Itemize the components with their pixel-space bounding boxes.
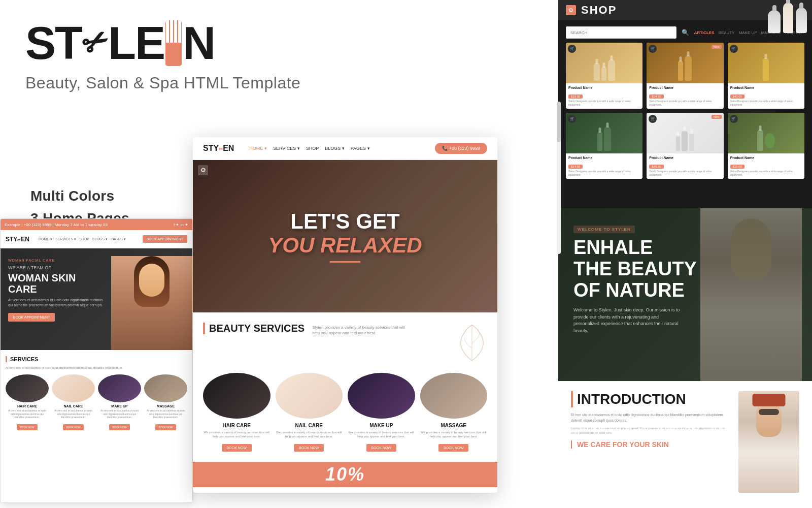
nav-pages[interactable]: PAGES ▾ [111,237,126,241]
makeup-desc: At vero eos et accusamus et iusto odio d… [98,409,141,419]
service-card-hair: HAIR CARE At vero eos et accusamus et iu… [6,374,49,430]
preview-right-intro: INTRODUCTION Et non uis ut accusamus et … [558,381,812,508]
bottle-2 [783,3,793,33]
center-makeup-btn[interactable]: BOOK NOW [366,444,396,452]
cat-articles[interactable]: ARTICLES [694,30,715,35]
preview-center-bottom-banner: 10% [193,462,497,487]
hero-title: LET'S GET YOU RELAXED [268,210,422,262]
hair-care-img [6,374,49,402]
cat-makeup[interactable]: MAKE UP [739,30,757,35]
bottom-banner-text: 10% [325,464,365,485]
prod-bottle-5c [689,133,694,151]
center-nail-btn[interactable]: BOOK NOW [294,444,324,452]
massage-title: MASSAGE [144,404,187,408]
center-nail-card: NAIL CARE We provides a variety of beaut… [276,373,343,452]
product-visual-4 [597,113,611,153]
bottle-decoration [768,3,807,33]
shop-body: 🔍 ARTICLES BEAUTY MAKE UP MASSAGE HAIR C… [558,20,812,185]
product-price-1: $19.00 [568,94,583,99]
product-card-3: 🛒 Product Name $43.00 Salon Designers pr… [728,43,804,109]
nav-services[interactable]: SERVICES ▾ [55,237,76,241]
logo-area: ST ✂ LE N Beauty, Salon & Spa HTML Templ… [25,20,300,92]
center-hair-btn[interactable]: BOOK NOW [222,444,252,452]
logo-st: ST [25,20,82,66]
product-img-5: New 🛒 [647,113,723,153]
product-visual-1 [594,43,615,83]
massage-book-btn[interactable]: BOOK NOW [155,424,176,430]
prod-bottle-5b [682,131,688,151]
nav-shop[interactable]: SHOP [79,237,89,241]
phone-button[interactable]: 📞 +00 (123) 9999 [435,143,487,154]
nav-center-blogs[interactable]: BLOGS ▾ [325,146,345,151]
preview-center: STY✂EN HOME ▾ SERVICES ▾ SHOP BLOGS ▾ PA… [193,137,497,493]
product-desc-1: Salon Designers provide you with a wide … [568,100,640,106]
hair-care-book-btn[interactable]: BOOK NOW [17,424,37,430]
preview-services-desc: At vero eos et accusamus et iusto odio d… [6,366,187,369]
cart-icon-6[interactable]: 🛒 [730,115,738,123]
center-nail-desc: We provides a variety of beauty services… [276,430,343,439]
product-card-1: 🛒 Product Name $19.00 Salon Designers pr… [566,43,642,109]
product-desc-2: Salon Designers provide you with a wide … [649,100,721,106]
intro-desc: Et non uis ut accusamus et iusto odio di… [571,412,728,423]
nav-center-services[interactable]: SERVICES ▾ [273,146,300,151]
hat-top [753,394,786,406]
cart-icon-3[interactable]: 🛒 [730,45,738,53]
product-info-5: Product Name $65.00 Salon Designers prov… [647,153,723,179]
prod-bottle-2b [685,55,692,81]
preview-center-services: BEAUTY SERVICES Stylen provides a variet… [193,312,497,462]
cart-icon-1[interactable]: 🛒 [568,45,576,53]
center-massage-btn[interactable]: BOOK NOW [438,444,468,452]
preview-right-top: ⚙ SHOP 🔍 ARTICLES BEAUTY MAKE UP MASSAGE… [558,0,812,208]
services-title-block: BEAUTY SERVICES [203,323,304,334]
nav-center-pages[interactable]: PAGES ▾ [351,146,370,151]
center-hair-title: HAIR CARE [203,423,270,428]
product-price-6: $31.00 [730,165,745,169]
nail-care-book-btn[interactable]: BOOK NOW [63,424,83,430]
scroll-thumb[interactable] [557,102,561,142]
cart-icon-2[interactable]: 🛒 [649,45,657,53]
cat-beauty[interactable]: BEAUTY [719,30,735,35]
search-input[interactable] [566,26,676,39]
cart-icon-4[interactable]: 🛒 [568,115,576,123]
product-name-5: Product Name [649,156,721,160]
preview-center-hero: ⚙ LET'S GET YOU RELAXED [193,160,497,312]
nav-center-shop[interactable]: SHOP [306,146,319,151]
prod-bottle-2a [678,60,683,81]
makeup-book-btn[interactable]: BOOK NOW [109,424,129,430]
shop-gear-icon[interactable]: ⚙ [566,5,576,15]
preview-hero-main-title: WOMAN SKIN CARE [8,272,105,295]
preview-left-hero-content: WOMAN FACIAL CARE WE ARE A TEAM OF WOMAN… [8,259,105,322]
center-makeup-card: MAKE UP We provides a variety of beauty … [348,373,415,452]
nav-home[interactable]: HOME ▾ [39,237,52,241]
product-price-3: $43.00 [730,94,745,99]
product-img-4: 🛒 [566,113,642,153]
center-service-cards: HAIR CARE We provides a variety of beaut… [203,373,487,452]
product-badge-5: New [712,115,722,119]
center-makeup-desc: We provides a variety of beauty services… [348,430,415,439]
gear-icon[interactable]: ⚙ [198,165,208,175]
preview-hero-subtitle: WE ARE A TEAM OF [8,265,105,270]
product-desc-3: Salon Designers provide you with a wide … [730,100,802,106]
bottle-1 [768,10,781,33]
prod-bottle-6a [757,130,763,151]
nav-blogs[interactable]: BLOGS ▾ [92,237,108,241]
preview-hero-book-btn[interactable]: BOOK APPOINTMENT [8,313,55,322]
face-area [756,401,782,437]
product-badge-2: New [712,45,722,49]
book-appointment-btn[interactable]: BOOK APPOINTMENT [143,235,187,243]
cart-icon-5[interactable]: 🛒 [649,115,657,123]
product-img-1: 🛒 [566,43,642,83]
intro-quote: WE CARE FOR YOUR SKIN [571,440,728,449]
bottle-3 [796,8,807,33]
center-nail-img [276,373,343,419]
comb-icon [165,20,182,66]
nature-desc: Welcome to Stylen. Just skin deep. Our m… [573,307,685,334]
search-icon[interactable]: 🔍 [682,29,689,36]
preview-center-logo: STY✂EN [203,144,234,153]
logo-n: N [183,20,215,66]
center-massage-title: MASSAGE [420,423,488,428]
prod-bottle-4a [597,132,602,151]
nav-center-home[interactable]: HOME ▾ [249,146,267,151]
preview-hero-desc: At vero eos et accusamus et iusto odio d… [8,298,105,308]
preview-hero-tag: WOMAN FACIAL CARE [8,259,105,262]
